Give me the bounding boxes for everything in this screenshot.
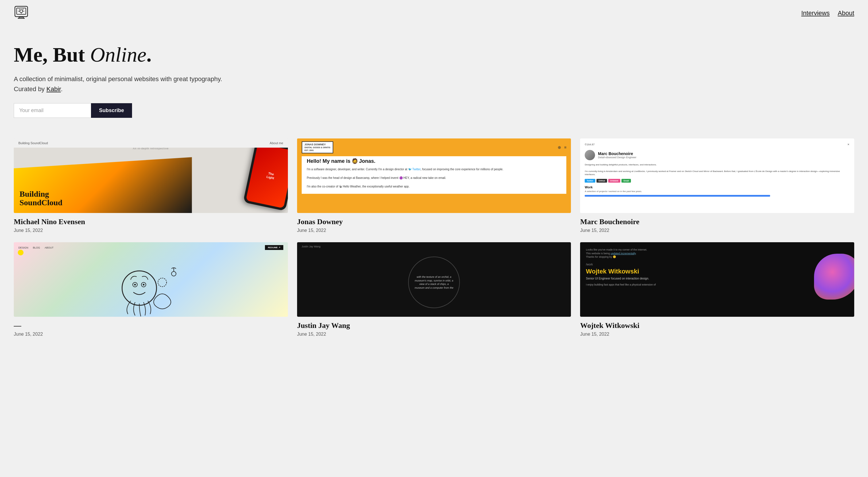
card-date-michael: June 15, 2022: [14, 228, 288, 233]
card-preview-jonas: JONAS DOWNEYDIGITAL GOODS & GRATISEST. 2…: [297, 138, 571, 213]
svg-point-16: [172, 271, 176, 276]
svg-line-6: [22, 9, 24, 10]
hero-title-period: .: [146, 43, 152, 66]
about-link[interactable]: About: [838, 9, 855, 17]
marc-avatar: [585, 150, 595, 160]
card-date-wojtek: June 15, 2022: [580, 332, 854, 337]
hero-section: Me, But Online. A collection of minimali…: [0, 26, 868, 129]
svg-line-5: [19, 9, 20, 10]
preview-top-bar: Building SoundCloud About me: [14, 138, 288, 148]
svg-point-10: [122, 271, 156, 305]
subscribe-form: Subscribe: [14, 103, 129, 118]
card-justin[interactable]: Justin Jay Wang with the texture of an o…: [297, 242, 571, 337]
hero-title-italic: Online: [90, 43, 146, 66]
marc-progress-bar: [585, 195, 770, 197]
card-preview-wojtek: Looks like you've made it to my corner o…: [580, 242, 854, 317]
card-date-doodle: June 15, 2022: [14, 332, 288, 337]
card-wojtek[interactable]: Looks like you've made it to my corner o…: [580, 242, 854, 337]
card-title-marc: Marc Bouchenoire: [580, 217, 854, 226]
hero-title-plain: Me, But: [14, 43, 90, 66]
nav-links: Interviews About: [801, 9, 854, 17]
card-doodle[interactable]: DESIGN BLOG ABOUT RESUME ↗: [14, 242, 288, 337]
card-title-jonas: Jonas Downey: [297, 217, 571, 226]
wojtek-blob: [814, 254, 854, 300]
card-marc[interactable]: ©164.87 ✕ Marc Bouchenoire Detail-obsess…: [580, 138, 854, 233]
card-preview-doodle: DESIGN BLOG ABOUT RESUME ↗: [14, 242, 288, 317]
interviews-link[interactable]: Interviews: [801, 9, 830, 17]
card-michael[interactable]: Building SoundCloud About me BuildingSou…: [14, 138, 288, 233]
svg-point-4: [20, 10, 23, 12]
logo[interactable]: [14, 5, 29, 21]
card-title-doodle: —: [14, 321, 288, 330]
card-jonas[interactable]: JONAS DOWNEYDIGITAL GOODS & GRATISEST. 2…: [297, 138, 571, 233]
svg-point-14: [143, 284, 144, 285]
card-title-justin: Justin Jay Wang: [297, 321, 571, 330]
card-date-justin: June 15, 2022: [297, 332, 571, 337]
card-date-marc: June 15, 2022: [580, 228, 854, 233]
navbar: Interviews About: [0, 0, 868, 26]
card-title-wojtek: Wojtek Witkowski: [580, 321, 854, 330]
hero-subtitle: A collection of minimalist, original per…: [14, 74, 854, 84]
hero-credit: Curated by Kabir.: [14, 86, 854, 93]
subscribe-button[interactable]: Subscribe: [91, 103, 132, 118]
card-preview-justin: Justin Jay Wang with the texture of an o…: [297, 242, 571, 317]
target-icon: ⊕: [558, 145, 561, 150]
card-preview-michael: Building SoundCloud About me BuildingSou…: [14, 138, 288, 213]
doodle-dot: [18, 250, 24, 255]
cards-grid: Building SoundCloud About me BuildingSou…: [0, 129, 868, 350]
hero-title: Me, But Online.: [14, 43, 854, 66]
svg-point-15: [158, 278, 166, 287]
card-title-michael: Michael Nino Evensen: [14, 217, 288, 226]
kabir-link[interactable]: Kabir: [46, 86, 61, 93]
card-preview-marc: ©164.87 ✕ Marc Bouchenoire Detail-obsess…: [580, 138, 854, 213]
menu-icon: ≡: [564, 145, 566, 150]
svg-point-13: [134, 284, 136, 285]
email-input[interactable]: [14, 103, 91, 118]
card-date-jonas: June 15, 2022: [297, 228, 571, 233]
